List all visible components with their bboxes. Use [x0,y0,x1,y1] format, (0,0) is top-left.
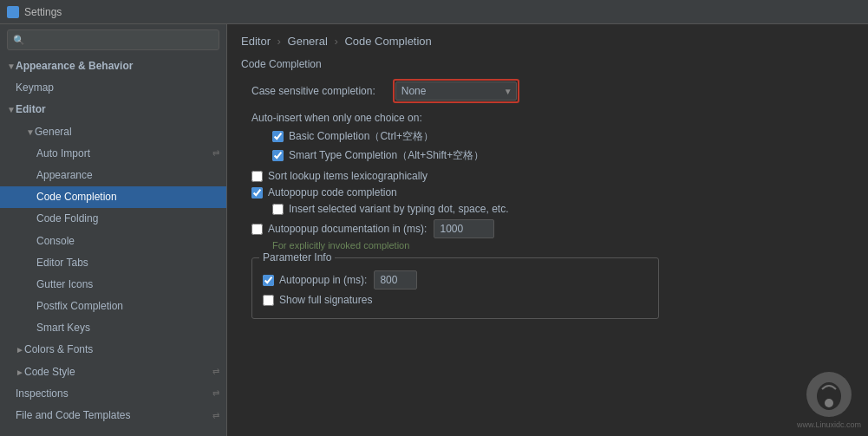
checkbox-row-smart: Smart Type Completion（Alt+Shift+空格） [241,148,854,163]
content-area: Editor › General › Code Completion Code … [227,24,868,436]
sidebar-item-gutter-icons[interactable]: Gutter Icons [0,274,226,296]
svg-point-0 [806,372,852,417]
sidebar-item-appearance-sub[interactable]: Appearance [0,165,226,186]
checkbox-row-show-sigs: Show full signatures [263,294,648,306]
checkbox-autopopup-doc[interactable] [251,224,263,235]
group-box-title: Parameter Info [259,251,335,264]
sidebar-item-console[interactable]: Console [0,231,226,252]
sidebar-item-code-folding[interactable]: Code Folding [0,208,226,230]
checkbox-autopopup-label: Autopopup code completion [268,186,397,198]
sidebar-item-editor[interactable]: ▼ Editor [0,99,226,120]
checkbox-basic[interactable] [272,131,284,142]
case-sensitive-select[interactable]: None First letter All letters [395,81,517,101]
sidebar-item-file-code-templates[interactable]: File and Code Templates ⇄ [0,405,226,426]
expand-arrow-code-style: ► [16,366,24,380]
breadcrumb-code-completion: Code Completion [344,35,431,48]
case-sensitive-label: Case sensitive completion: [251,85,375,97]
checkbox-row-autopopup-doc: Autopopup documentation in (ms): [241,219,854,238]
checkbox-autopopup-ms[interactable] [263,275,274,286]
sidebar-item-code-completion[interactable]: Code Completion [0,186,226,208]
checkbox-row-insert: Insert selected variant by typing dot, s… [241,203,854,215]
checkbox-autopopup-doc-label: Autopopup documentation in (ms): [268,223,427,235]
sidebar-item-general[interactable]: ▼ General [0,121,226,143]
svg-point-2 [825,399,833,407]
checkbox-show-sigs[interactable] [263,295,274,306]
for-explicitly-label: For explicitly invoked completion [241,240,854,251]
sidebar-item-colors-fonts[interactable]: ► Colors & Fonts [0,339,226,361]
autopopup-ms-input[interactable] [374,270,417,290]
checkbox-basic-label: Basic Completion（Ctrl+空格） [289,129,434,144]
watermark-logo [805,370,853,419]
checkbox-row-autopopup-ms: Autopopup in (ms): [263,270,648,290]
checkbox-row-basic: Basic Completion（Ctrl+空格） [241,129,854,144]
expand-arrow: ▼ [7,60,16,74]
sync-icon-inspections: ⇄ [212,387,219,400]
case-sensitive-dropdown-highlight: None First letter All letters ▼ [393,79,519,103]
checkbox-show-sigs-label: Show full signatures [279,294,372,306]
sync-icon-templates: ⇄ [212,409,219,423]
sidebar-item-keymap[interactable]: Keymap [0,77,226,99]
checkbox-sort[interactable] [251,171,263,182]
svg-point-1 [817,382,841,410]
checkbox-row-autopopup: Autopopup code completion [241,186,854,198]
sidebar-item-code-style[interactable]: ► Code Style ⇄ [0,361,226,383]
search-icon: 🔍 [13,35,25,46]
checkbox-row-sort: Sort lookup items lexicographically [241,170,854,182]
checkbox-autopopup-ms-label: Autopopup in (ms): [279,274,367,286]
breadcrumb-editor: Editor [241,35,271,48]
autopopup-doc-input[interactable] [434,219,494,238]
sync-icon-code-style: ⇄ [212,365,219,379]
breadcrumb-sep2: › [334,35,341,48]
title-bar: Settings [0,0,868,24]
checkbox-smart[interactable] [272,150,284,161]
expand-arrow-general: ▼ [26,126,35,140]
settings-icon [7,6,19,18]
sidebar-item-postfix-completion[interactable]: Postfix Completion [0,296,226,317]
expand-arrow-colors: ► [16,343,24,357]
window-title: Settings [24,6,62,18]
sidebar-item-smart-keys[interactable]: Smart Keys [0,317,226,339]
checkbox-smart-label: Smart Type Completion（Alt+Shift+空格） [289,148,484,163]
sidebar-item-appearance-behavior[interactable]: ▼ Appearance & Behavior [0,55,226,77]
parameter-info-group: Parameter Info Autopopup in (ms): Show f… [251,257,659,319]
expand-arrow-editor: ▼ [7,103,16,117]
search-input[interactable] [29,34,213,46]
sidebar-item-auto-import[interactable]: Auto Import ⇄ [0,143,226,165]
auto-insert-label: Auto-insert when only one choice on: [251,112,422,124]
checkbox-sort-label: Sort lookup items lexicographically [268,170,427,182]
breadcrumb-general: General [288,35,328,48]
breadcrumb-sep1: › [277,35,284,48]
checkbox-autopopup[interactable] [251,187,263,198]
watermark-text: www.Linuxidc.com [797,420,861,429]
checkbox-insert[interactable] [272,204,284,215]
watermark: www.Linuxidc.com [797,370,861,429]
sidebar-item-editor-tabs[interactable]: Editor Tabs [0,252,226,274]
search-box[interactable]: 🔍 [7,29,219,50]
checkbox-insert-label: Insert selected variant by typing dot, s… [289,203,508,215]
breadcrumb: Editor › General › Code Completion [241,35,854,48]
sidebar-item-inspections[interactable]: Inspections ⇄ [0,383,226,405]
sidebar: 🔍 ▼ Appearance & Behavior Keymap ▼ Edito… [0,24,227,436]
section-title: Code Completion [241,58,854,70]
sync-icon: ⇄ [212,146,219,160]
